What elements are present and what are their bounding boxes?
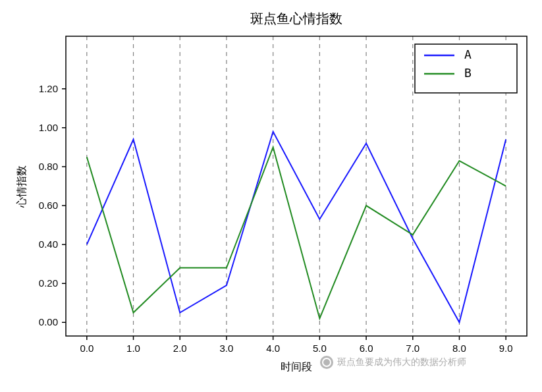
wechat-icon [320, 356, 333, 369]
watermark: 斑点鱼要成为伟大的数据分析师 [320, 356, 466, 369]
y-axis-label: 心情指数 [16, 165, 27, 208]
y-tick-label: 0.20 [39, 277, 58, 289]
x-tick-label: 0.0 [80, 343, 94, 354]
y-tick-label: 1.00 [39, 122, 58, 133]
x-axis-label: 时间段 [281, 361, 312, 372]
series-line-A [87, 132, 506, 323]
x-tick-label: 6.0 [360, 343, 373, 354]
legend-label-B: B [464, 66, 472, 80]
chart-container: 0.01.02.03.04.05.06.07.08.09.00.000.200.… [0, 0, 542, 392]
y-tick-label: 0.80 [39, 161, 58, 172]
x-tick-label: 2.0 [173, 343, 187, 354]
x-tick-label: 4.0 [266, 343, 280, 354]
y-tick-label: 0.00 [39, 316, 58, 327]
x-tick-label: 3.0 [220, 343, 234, 354]
y-tick-label: 1.20 [39, 83, 58, 94]
x-tick-label: 9.0 [499, 343, 513, 354]
x-tick-label: 7.0 [406, 343, 420, 354]
x-tick-label: 5.0 [313, 343, 327, 354]
y-tick-label: 0.60 [39, 200, 58, 211]
x-tick-label: 8.0 [452, 343, 466, 354]
legend-label-A: A [464, 47, 472, 61]
x-tick-label: 1.0 [126, 343, 140, 354]
line-chart: 0.01.02.03.04.05.06.07.08.09.00.000.200.… [0, 0, 542, 392]
y-tick-label: 0.40 [39, 238, 58, 250]
watermark-text: 斑点鱼要成为伟大的数据分析师 [337, 356, 466, 368]
chart-title: 斑点鱼心情指数 [250, 11, 342, 26]
